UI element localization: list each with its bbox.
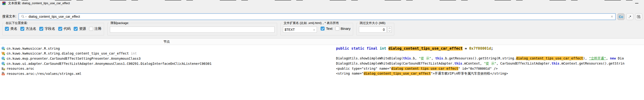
checkbox-方法名[interactable]: 方法名	[20, 27, 36, 31]
node-label: resources.arsc:/res/values/strings.xml	[6, 72, 82, 76]
spinner-up-icon[interactable]	[389, 28, 390, 30]
extensions-legend: 文件扩展名 (比如 .xml|.html)，* 表示所有	[282, 21, 340, 25]
skip-size-group: 跳过文件大小 (MB)	[356, 23, 394, 35]
class-icon: c	[1, 46, 5, 50]
search-history-dropdown[interactable]	[21, 15, 27, 18]
code-token: ">开通车载VIP\n即享专属汽车音效特权</string>	[431, 72, 508, 75]
checkbox-label: Binary	[341, 27, 351, 30]
field-icon-wrapper: f	[1, 52, 5, 55]
class-icon: c	[1, 56, 5, 60]
checkbox-label: 类名	[10, 27, 17, 31]
code-token: 0x7f08001d	[469, 46, 491, 51]
clear-search-icon[interactable]: ×	[610, 14, 613, 19]
code-preview-cell: DialogUtils.showSimpleWhiteDialog(CarSou…	[333, 62, 644, 66]
spinner-down-icon[interactable]	[389, 30, 390, 31]
code-token: .mContext.getResources().getStrin	[559, 62, 624, 65]
checkbox-checked-icon[interactable]	[5, 27, 9, 31]
result-row[interactable]: c cn.kuwo.ui.adapter.CarSoundEffectListA…	[0, 61, 644, 66]
code-token: ,	[606, 56, 610, 60]
code-token: DialogUtils.showSimpleWhiteDialog(CarSou…	[336, 62, 454, 65]
result-row[interactable]: f cn.kuwo.kwmusiccar.R.string.dialog_con…	[0, 51, 644, 56]
results-panel: 节点 c cn.kuwo.kwmusiccar.R.stringpublic s…	[0, 38, 644, 100]
checkbox-Text[interactable]: Text	[320, 27, 332, 30]
skip-size-legend: 跳过文件大小 (MB)	[358, 21, 386, 25]
skip-size-input[interactable]	[359, 27, 386, 33]
node-cell: c cn.kuwo.mvp.presenter.CarSoundEffectSe…	[0, 56, 333, 60]
node-label: cn.kuwo.kwmusiccar.R.string	[6, 47, 60, 50]
checkbox-注释[interactable]: 注释	[89, 27, 102, 31]
search-label: 搜索文本:	[2, 14, 16, 19]
results-header[interactable]: 节点	[0, 38, 644, 45]
code-preview-cell: <string name="dialog_content_tips_use_ca…	[333, 72, 644, 76]
package-input[interactable]	[110, 27, 274, 33]
checkbox-代码[interactable]: 代码	[58, 27, 70, 31]
regex-button[interactable]: .*	[626, 13, 634, 20]
code-token: this	[403, 56, 411, 60]
search-match-highlight: dialog_content_tips_use_car_effect	[388, 46, 462, 51]
code-token: this	[552, 62, 559, 65]
search-match-highlight: dialog_content_tips_use_car_effect	[364, 72, 431, 75]
app-icon	[2, 1, 6, 5]
node-cell: <> resources.arsc:/res/values/strings.xm…	[0, 72, 333, 76]
skip-size-stepper[interactable]	[388, 27, 392, 33]
code-token: new	[610, 56, 616, 60]
extensions-input[interactable]	[284, 27, 312, 32]
code-token: this	[435, 56, 443, 60]
code-token: .b.getResources().getString(R.string.	[443, 56, 516, 60]
code-token: ,	[431, 56, 435, 60]
result-row[interactable]: <> resources.arsc:/res/values/strings.xm…	[0, 71, 644, 76]
node-type-suffix: int	[131, 52, 137, 55]
clear-extensions-icon[interactable]: ×	[313, 28, 315, 31]
title-bar: 文本搜索: dialog_content_tips_use_car_effect	[0, 0, 644, 6]
results-body: c cn.kuwo.kwmusiccar.R.stringpublic stat…	[0, 45, 644, 76]
checkbox-字段名[interactable]: 字段名	[39, 27, 55, 31]
node-column-header[interactable]: 节点	[0, 38, 333, 45]
code-token: <string name="	[336, 72, 364, 75]
checkbox-checked-icon[interactable]	[39, 27, 43, 31]
checkbox-类名[interactable]: 类名	[5, 27, 17, 31]
node-cell: c cn.kuwo.kwmusiccar.R.string	[0, 46, 333, 50]
code-token: <public type="string" name="	[336, 67, 391, 70]
code-token: "提 示"	[484, 62, 496, 65]
search-in-checkboxes: 类名方法名字段名代码资源注释	[5, 27, 102, 31]
search-in-group: 在以下位置搜索: 类名方法名字段名代码资源注释	[2, 23, 104, 35]
node-label: cn.kuwo.ui.adapter.CarSoundEffectListAda…	[6, 62, 212, 66]
package-group: 限制package:	[107, 23, 277, 35]
result-row[interactable]: c cn.kuwo.kwmusiccar.R.stringpublic stat…	[0, 46, 644, 51]
result-row[interactable]: resources.arsc<public type="string" name…	[0, 66, 644, 71]
code-token: public static final	[336, 46, 380, 51]
code-preview-cell: public static final int dialog_content_t…	[333, 46, 644, 51]
package-legend: 限制package:	[110, 21, 130, 25]
checkbox-label: Text	[326, 27, 332, 30]
arsc-icon-wrapper	[1, 67, 5, 71]
code-token: ),	[583, 56, 589, 60]
search-input[interactable]	[28, 15, 609, 18]
class-icon-wrapper: c	[1, 56, 5, 60]
checkbox-unchecked-icon[interactable]	[89, 27, 93, 31]
extensions-checkboxes: TextBinary	[318, 27, 350, 31]
code-token: " id="0x7f08001d" />	[458, 67, 498, 70]
checkbox-checked-icon[interactable]	[20, 27, 24, 31]
result-row[interactable]: c cn.kuwo.mvp.presenter.CarSoundEffectSe…	[0, 56, 644, 61]
checkbox-checked-icon[interactable]	[58, 27, 62, 31]
checkbox-checked-icon[interactable]	[74, 27, 78, 31]
checkbox-label: 代码	[64, 27, 70, 31]
checkbox-资源[interactable]: 资源	[74, 27, 86, 31]
code-preview-cell: DialogUtils.showSimpleWhiteDialog(this.b…	[333, 56, 644, 61]
search-row: 搜索文本: × Cc .*	[0, 12, 644, 20]
code-token: "立即开通"	[589, 56, 606, 60]
minimize-button[interactable]	[635, 3, 638, 3]
checkbox-unchecked-icon[interactable]	[335, 27, 339, 30]
xml-icon-wrapper: <>	[1, 72, 5, 76]
class-icon: c	[1, 62, 5, 66]
filters-row: 在以下位置搜索: 类名方法名字段名代码资源注释 限制package: 文件扩展名…	[2, 23, 642, 37]
match-case-button[interactable]: Cc	[617, 13, 624, 20]
node-label: cn.kuwo.mvp.presenter.CarSoundEffectSett…	[6, 57, 140, 60]
svg-text:<>: <>	[2, 74, 4, 76]
search-icon	[21, 15, 25, 18]
search-preview-button[interactable]	[635, 13, 642, 20]
checkbox-checked-icon[interactable]	[320, 27, 324, 30]
search-match-highlight: dialog_content_tips_use_car_effect	[391, 67, 458, 70]
checkbox-Binary[interactable]: Binary	[335, 27, 351, 30]
checkbox-label: 注释	[94, 27, 102, 31]
